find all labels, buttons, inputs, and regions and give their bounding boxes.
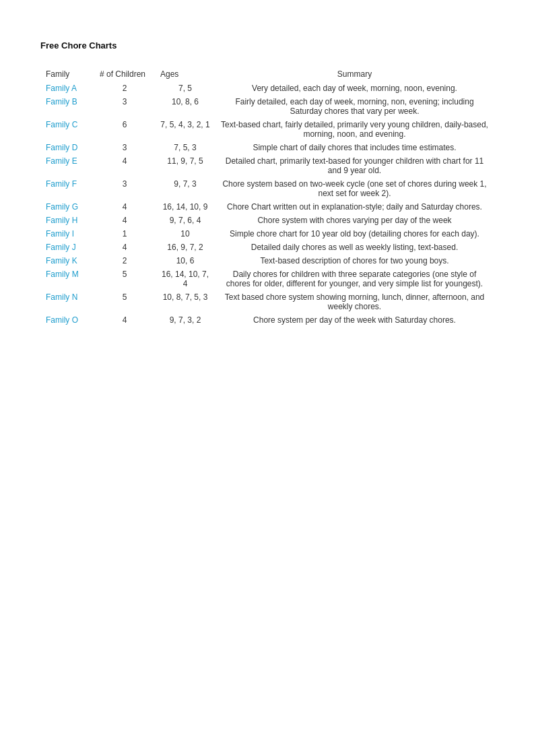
family-name-cell[interactable]: Family I bbox=[40, 227, 94, 241]
num-children-cell: 6 bbox=[94, 118, 155, 141]
header-num-children: # of Children bbox=[94, 67, 155, 82]
table-row: Family G416, 14, 10, 9Chore Chart writte… bbox=[40, 200, 494, 214]
num-children-cell: 3 bbox=[94, 177, 155, 200]
table-row: Family H49, 7, 6, 4Chore system with cho… bbox=[40, 214, 494, 227]
family-name-cell[interactable]: Family N bbox=[40, 290, 94, 313]
table-row: Family M516, 14, 10, 7, 4Daily chores fo… bbox=[40, 267, 494, 290]
ages-cell: 7, 5 bbox=[155, 82, 215, 95]
summary-cell: Simple chart of daily chores that includ… bbox=[215, 141, 494, 154]
table-row: Family E411, 9, 7, 5Detailed chart, prim… bbox=[40, 154, 494, 177]
page-title: Free Chore Charts bbox=[40, 40, 494, 51]
chore-table: Family # of Children Ages Summary Family… bbox=[40, 67, 494, 327]
header-family: Family bbox=[40, 67, 94, 82]
ages-cell: 16, 14, 10, 9 bbox=[155, 200, 215, 214]
ages-cell: 10, 8, 7, 5, 3 bbox=[155, 290, 215, 313]
summary-cell: Chore system with chores varying per day… bbox=[215, 214, 494, 227]
summary-cell: Simple chore chart for 10 year old boy (… bbox=[215, 227, 494, 241]
ages-cell: 11, 9, 7, 5 bbox=[155, 154, 215, 177]
table-row: Family O49, 7, 3, 2Chore system per day … bbox=[40, 313, 494, 327]
num-children-cell: 1 bbox=[94, 227, 155, 241]
table-row: Family J416, 9, 7, 2Detailed daily chore… bbox=[40, 241, 494, 254]
summary-cell: Text-based chart, fairly detailed, prima… bbox=[215, 118, 494, 141]
num-children-cell: 5 bbox=[94, 290, 155, 313]
table-row: Family F39, 7, 3Chore system based on tw… bbox=[40, 177, 494, 200]
header-ages: Ages bbox=[155, 67, 215, 82]
summary-cell: Text based chore system showing morning,… bbox=[215, 290, 494, 313]
ages-cell: 7, 5, 4, 3, 2, 1 bbox=[155, 118, 215, 141]
summary-cell: Fairly detailed, each day of week, morni… bbox=[215, 95, 494, 118]
summary-cell: Very detailed, each day of week, morning… bbox=[215, 82, 494, 95]
header-summary: Summary bbox=[215, 67, 494, 82]
num-children-cell: 4 bbox=[94, 241, 155, 254]
num-children-cell: 2 bbox=[94, 254, 155, 267]
table-row: Family C67, 5, 4, 3, 2, 1Text-based char… bbox=[40, 118, 494, 141]
family-name-cell[interactable]: Family J bbox=[40, 241, 94, 254]
table-row: Family I110Simple chore chart for 10 yea… bbox=[40, 227, 494, 241]
table-row: Family D37, 5, 3Simple chart of daily ch… bbox=[40, 141, 494, 154]
ages-cell: 7, 5, 3 bbox=[155, 141, 215, 154]
num-children-cell: 3 bbox=[94, 141, 155, 154]
family-name-cell[interactable]: Family K bbox=[40, 254, 94, 267]
family-name-cell[interactable]: Family M bbox=[40, 267, 94, 290]
summary-cell: Chore Chart written out in explanation-s… bbox=[215, 200, 494, 214]
family-name-cell[interactable]: Family D bbox=[40, 141, 94, 154]
family-name-cell[interactable]: Family F bbox=[40, 177, 94, 200]
summary-cell: Daily chores for children with three sep… bbox=[215, 267, 494, 290]
summary-cell: Detailed chart, primarily text-based for… bbox=[215, 154, 494, 177]
summary-cell: Detailed daily chores as well as weekly … bbox=[215, 241, 494, 254]
num-children-cell: 3 bbox=[94, 95, 155, 118]
family-name-cell[interactable]: Family C bbox=[40, 118, 94, 141]
num-children-cell: 4 bbox=[94, 200, 155, 214]
ages-cell: 9, 7, 3 bbox=[155, 177, 215, 200]
family-name-cell[interactable]: Family O bbox=[40, 313, 94, 327]
ages-cell: 10, 8, 6 bbox=[155, 95, 215, 118]
num-children-cell: 4 bbox=[94, 214, 155, 227]
num-children-cell: 4 bbox=[94, 154, 155, 177]
ages-cell: 9, 7, 6, 4 bbox=[155, 214, 215, 227]
table-row: Family K210, 6Text-based description of … bbox=[40, 254, 494, 267]
ages-cell: 9, 7, 3, 2 bbox=[155, 313, 215, 327]
summary-cell: Chore system per day of the week with Sa… bbox=[215, 313, 494, 327]
ages-cell: 16, 14, 10, 7, 4 bbox=[155, 267, 215, 290]
family-name-cell[interactable]: Family E bbox=[40, 154, 94, 177]
summary-cell: Chore system based on two-week cycle (on… bbox=[215, 177, 494, 200]
ages-cell: 16, 9, 7, 2 bbox=[155, 241, 215, 254]
family-name-cell[interactable]: Family A bbox=[40, 82, 94, 95]
family-name-cell[interactable]: Family G bbox=[40, 200, 94, 214]
ages-cell: 10, 6 bbox=[155, 254, 215, 267]
table-row: Family A27, 5Very detailed, each day of … bbox=[40, 82, 494, 95]
table-row: Family N510, 8, 7, 5, 3Text based chore … bbox=[40, 290, 494, 313]
ages-cell: 10 bbox=[155, 227, 215, 241]
summary-cell: Text-based description of chores for two… bbox=[215, 254, 494, 267]
num-children-cell: 4 bbox=[94, 313, 155, 327]
table-row: Family B310, 8, 6Fairly detailed, each d… bbox=[40, 95, 494, 118]
family-name-cell[interactable]: Family H bbox=[40, 214, 94, 227]
num-children-cell: 5 bbox=[94, 267, 155, 290]
num-children-cell: 2 bbox=[94, 82, 155, 95]
family-name-cell[interactable]: Family B bbox=[40, 95, 94, 118]
